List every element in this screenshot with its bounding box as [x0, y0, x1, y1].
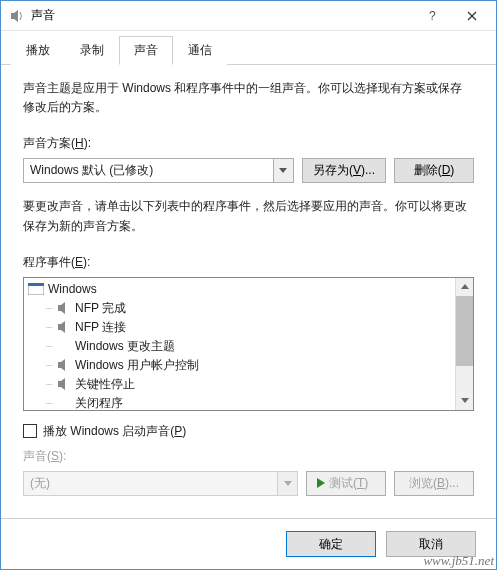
svg-marker-13 — [284, 481, 292, 486]
speaker-icon — [57, 359, 71, 371]
sound-combobox: (无) — [23, 471, 298, 496]
sound-label: 声音(S): — [23, 448, 474, 465]
speaker-icon — [57, 397, 71, 409]
svg-marker-11 — [461, 284, 469, 289]
tab-record[interactable]: 录制 — [65, 36, 119, 65]
tab-playback[interactable]: 播放 — [11, 36, 65, 65]
scroll-up-icon[interactable] — [456, 278, 473, 296]
play-startup-checkbox[interactable] — [23, 424, 37, 438]
chevron-down-icon — [277, 472, 297, 495]
speaker-icon — [57, 302, 71, 314]
speaker-icon — [57, 340, 71, 352]
scheme-value: Windows 默认 (已修改) — [30, 162, 153, 179]
scheme-combobox[interactable]: Windows 默认 (已修改) — [23, 158, 294, 183]
svg-marker-9 — [58, 359, 65, 371]
tree-item[interactable]: ┈Windows 更改主题 — [24, 337, 473, 356]
scroll-thumb[interactable] — [456, 296, 473, 366]
dialog-footer: 确定 取消 — [1, 518, 496, 569]
tree-item[interactable]: ┈关键性停止 — [24, 375, 473, 394]
tree-item[interactable]: ┈NFP 完成 — [24, 299, 473, 318]
tab-sounds[interactable]: 声音 — [119, 36, 173, 65]
close-button[interactable] — [452, 2, 492, 30]
svg-marker-4 — [279, 168, 287, 173]
delete-button[interactable]: 删除(D) — [394, 158, 474, 183]
tree-item[interactable]: ┈NFP 连接 — [24, 318, 473, 337]
watermark: www.jb51.net — [423, 553, 494, 569]
svg-marker-12 — [461, 398, 469, 403]
events-label: 程序事件(E): — [23, 254, 474, 271]
tree-item[interactable]: ┈关闭程序 — [24, 394, 473, 411]
ok-button[interactable]: 确定 — [286, 531, 376, 557]
sound-dialog: 声音 ? 播放 录制 声音 通信 声音主题是应用于 Windows 和程序事件中… — [0, 0, 497, 570]
scheme-label: 声音方案(H): — [23, 135, 474, 152]
tree-root[interactable]: Windows — [24, 280, 473, 299]
help-button[interactable]: ? — [412, 2, 452, 30]
chevron-down-icon — [273, 159, 293, 182]
tab-strip: 播放 录制 声音 通信 — [1, 31, 496, 65]
window-title: 声音 — [31, 7, 412, 24]
hint-text: 要更改声音，请单击以下列表中的程序事件，然后选择要应用的声音。你可以将更改保存为… — [23, 197, 474, 235]
tree-item[interactable]: ┈Windows 用户帐户控制 — [24, 356, 473, 375]
scrollbar[interactable] — [455, 278, 473, 410]
tab-content: 声音主题是应用于 Windows 和程序事件中的一组声音。你可以选择现有方案或保… — [1, 65, 496, 518]
play-icon — [317, 478, 325, 488]
program-events-tree[interactable]: Windows┈NFP 完成┈NFP 连接┈Windows 更改主题┈Windo… — [23, 277, 474, 411]
svg-marker-7 — [58, 302, 65, 314]
svg-text:?: ? — [429, 11, 436, 21]
svg-marker-10 — [58, 378, 65, 390]
svg-marker-0 — [11, 10, 18, 22]
description-text: 声音主题是应用于 Windows 和程序事件中的一组声音。你可以选择现有方案或保… — [23, 79, 474, 117]
svg-rect-6 — [28, 283, 44, 286]
browse-button: 浏览(B)... — [394, 471, 474, 496]
save-as-button[interactable]: 另存为(V)... — [302, 158, 386, 183]
sound-icon — [9, 8, 25, 24]
svg-marker-8 — [58, 321, 65, 333]
titlebar: 声音 ? — [1, 1, 496, 31]
test-button: 测试(T) — [306, 471, 386, 496]
tab-communication[interactable]: 通信 — [173, 36, 227, 65]
speaker-icon — [57, 321, 71, 333]
sound-value: (无) — [30, 475, 50, 492]
scroll-down-icon[interactable] — [456, 392, 473, 410]
play-startup-label: 播放 Windows 启动声音(P) — [43, 423, 186, 440]
speaker-icon — [57, 378, 71, 390]
